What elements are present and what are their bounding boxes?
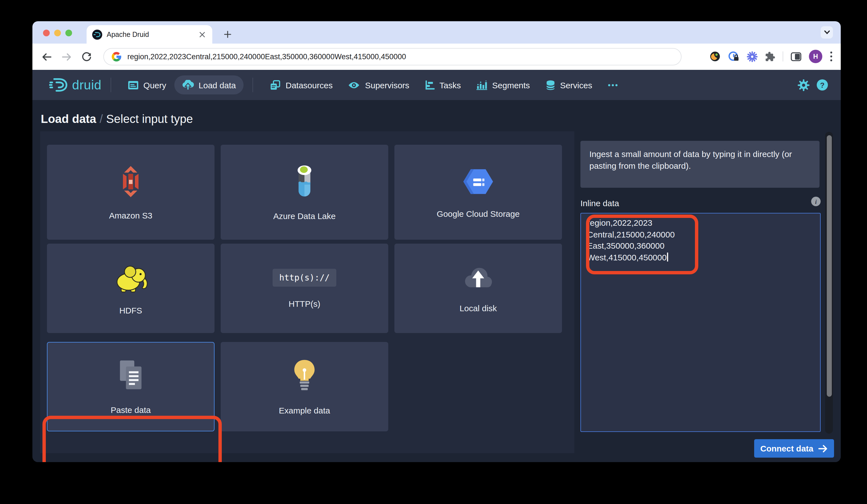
hadoop-elephant-icon [113, 262, 149, 293]
address-bar[interactable]: region,2022,2023Central,215000,240000Eas… [103, 48, 682, 65]
extensions-puzzle-icon[interactable] [765, 51, 775, 62]
zoom-window-button[interactable] [65, 30, 72, 36]
nav-item-tasks[interactable]: Tasks [417, 75, 469, 94]
nav-item-label: Services [560, 80, 592, 90]
screenshot-stage: Apache Druid [0, 0, 867, 504]
nav-item-label: Segments [492, 80, 530, 90]
tile-label: HDFS [119, 305, 142, 315]
close-tab-icon[interactable] [198, 30, 207, 39]
azure-data-lake-icon [293, 164, 315, 199]
extension-badge-icon[interactable] [709, 51, 721, 62]
nav-item-query[interactable]: Query [120, 75, 174, 94]
tile-azure-data-lake[interactable]: Azure Data Lake [221, 145, 388, 240]
gear-icon [798, 79, 809, 91]
nav-divider [253, 78, 253, 92]
nav-item-label: Datasources [286, 80, 333, 90]
input-type-description: Ingest a small amount of data by typing … [580, 141, 820, 188]
input-type-grid: Amazon S3 [40, 131, 574, 453]
forward-button[interactable] [60, 51, 73, 63]
inline-data-line: West,415000,450000 [587, 252, 814, 263]
inline-data-line: East,350000,360000 [587, 240, 814, 252]
druid-logo-text: druid [72, 77, 101, 93]
tile-label: Local disk [460, 303, 496, 313]
nav-item-label: Load data [199, 80, 236, 90]
reload-button[interactable] [81, 51, 93, 63]
load-data-page: Load data/Select input type Amazon S3 [32, 100, 841, 462]
druid-logo[interactable]: druid [49, 77, 101, 93]
http-badge: http(s):// [272, 268, 336, 286]
browser-toolbar: region,2022,2023Central,215000,240000Eas… [32, 44, 841, 70]
connect-data-button[interactable]: Connect data [754, 439, 834, 458]
help-icon: ? [817, 79, 828, 90]
new-tab-button[interactable] [221, 28, 234, 41]
inline-data-label: Inline data [580, 199, 619, 208]
help-button[interactable]: ? [813, 75, 832, 94]
inline-data-textarea[interactable]: region,2022,2023 Central,215000,240000 E… [580, 213, 821, 432]
tab-title: Apache Druid [107, 31, 198, 38]
tile-label: Google Cloud Storage [437, 209, 520, 218]
window-controls [43, 30, 72, 36]
breadcrumb-root[interactable]: Load data [41, 112, 96, 125]
breadcrumb: Load data/Select input type [41, 112, 193, 126]
panel-scrollbar[interactable] [825, 132, 833, 433]
arrow-right-icon [818, 444, 828, 452]
browser-window: Apache Druid [32, 21, 841, 462]
tile-example-data[interactable]: Example data [221, 342, 388, 431]
tile-label: Amazon S3 [109, 210, 152, 220]
nav-item-services[interactable]: Services [538, 75, 600, 94]
query-icon [128, 80, 138, 90]
druid-favicon-icon [92, 29, 102, 40]
datasources-icon [270, 79, 281, 90]
druid-logo-icon [49, 77, 68, 93]
browser-tab-strip: Apache Druid [32, 21, 841, 44]
inline-data-line: Central,215000,240000 [587, 229, 814, 240]
settings-button[interactable] [794, 75, 813, 94]
gantt-icon [425, 80, 434, 90]
close-window-button[interactable] [43, 30, 50, 36]
tile-label: Paste data [110, 405, 151, 414]
starburst-extension-icon[interactable] [747, 51, 758, 62]
toolbar-divider [783, 51, 783, 62]
nav-item-load-data[interactable]: Load data [174, 75, 244, 94]
tile-https[interactable]: http(s):// HTTP(s) [221, 244, 388, 333]
back-button[interactable] [40, 51, 53, 63]
paste-icon [115, 359, 146, 393]
tile-local-disk[interactable]: Local disk [394, 244, 562, 333]
minimize-window-button[interactable] [54, 30, 61, 36]
tile-label: HTTP(s) [289, 299, 320, 308]
tile-google-cloud-storage[interactable]: Google Cloud Storage [394, 145, 562, 240]
tile-paste-data[interactable]: Paste data [47, 342, 215, 431]
cloud-upload-gray-icon [461, 264, 495, 291]
nav-divider [110, 78, 111, 92]
url-text: region,2022,2023Central,215000,240000Eas… [127, 53, 406, 61]
browser-tab[interactable]: Apache Druid [87, 25, 212, 44]
druid-navbar: druid Query Load data [32, 70, 841, 100]
tile-label: Example data [279, 405, 330, 415]
connect-data-label: Connect data [760, 444, 813, 453]
lightbulb-icon [291, 358, 318, 393]
info-icon[interactable]: i [811, 197, 821, 206]
more-ellipsis-icon [608, 84, 618, 86]
nav-item-label: Supervisors [365, 80, 409, 90]
page-title: Select input type [106, 112, 193, 125]
nav-item-supervisors[interactable]: Supervisors [341, 75, 417, 94]
nav-item-label: Query [143, 80, 166, 90]
tab-search-chevron-icon[interactable] [821, 26, 833, 39]
browser-menu-kebab-icon[interactable] [829, 51, 833, 62]
tile-amazon-s3[interactable]: Amazon S3 [47, 145, 215, 240]
nav-more-button[interactable] [600, 75, 626, 94]
google-cloud-storage-icon [461, 166, 495, 196]
tile-hdfs[interactable]: HDFS [47, 244, 215, 333]
bar-chart-icon [477, 80, 487, 90]
nav-item-datasources[interactable]: Datasources [262, 75, 341, 94]
scrollbar-thumb[interactable] [826, 135, 832, 397]
tile-label: Azure Data Lake [273, 211, 335, 221]
cloud-upload-icon [182, 79, 194, 90]
sidebar-toggle-icon[interactable] [791, 51, 802, 62]
nav-item-label: Tasks [439, 80, 461, 90]
google-logo-icon [112, 52, 121, 62]
privacy-lock-extension-icon[interactable] [728, 51, 740, 62]
breadcrumb-separator: / [96, 112, 106, 125]
nav-item-segments[interactable]: Segments [469, 75, 538, 94]
profile-avatar[interactable]: H [809, 50, 822, 63]
